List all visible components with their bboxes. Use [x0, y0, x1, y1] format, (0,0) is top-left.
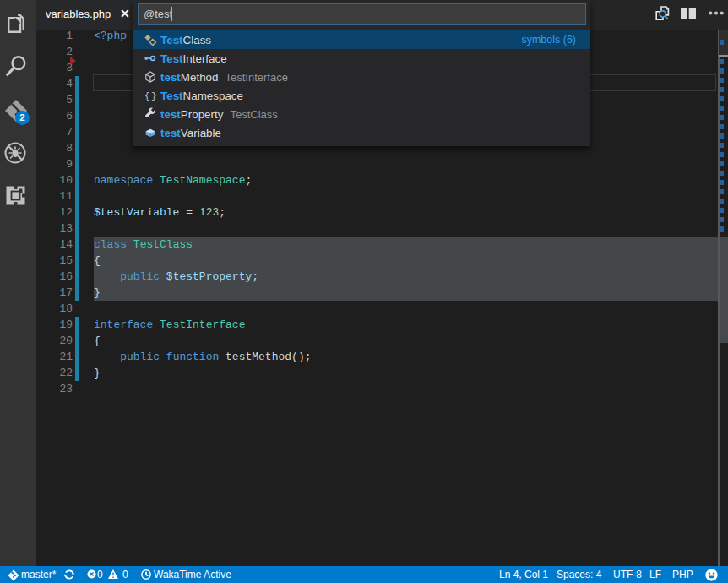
svg-text:{}: {} — [144, 91, 157, 101]
